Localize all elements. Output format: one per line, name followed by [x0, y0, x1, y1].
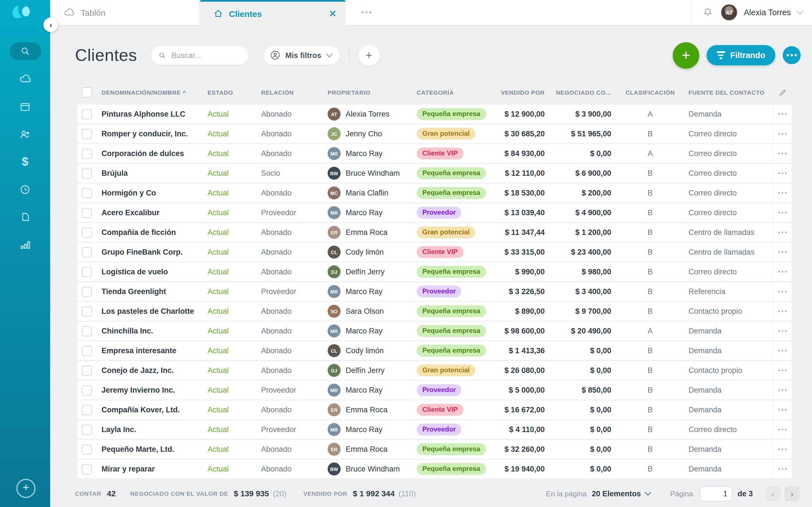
row-menu-button[interactable]: [778, 113, 786, 115]
row-menu-button[interactable]: [778, 291, 786, 292]
client-name[interactable]: Grupo FineBank Corp.: [101, 248, 207, 256]
client-name[interactable]: Logística de vuelo: [101, 268, 207, 276]
client-name[interactable]: Pinturas Alphonse LLC: [101, 110, 207, 118]
client-name[interactable]: Jeremy Invierno Inc.: [101, 386, 207, 394]
row-checkbox[interactable]: [82, 405, 92, 415]
per-page-select[interactable]: 20 Elementos: [592, 489, 641, 498]
page-number-input[interactable]: [700, 486, 732, 501]
row-menu-button[interactable]: [778, 468, 786, 470]
column-header-estado[interactable]: ESTADO: [207, 89, 261, 96]
user-avatar[interactable]: AT: [721, 4, 738, 21]
row-menu-button[interactable]: [778, 212, 786, 214]
client-name[interactable]: Chinchilla Inc.: [101, 327, 207, 335]
client-name[interactable]: Corporación de dulces: [101, 149, 207, 158]
sidebar-item-reports[interactable]: [9, 235, 41, 253]
row-menu-button[interactable]: [778, 409, 786, 411]
row-menu-button[interactable]: [778, 370, 786, 371]
row-checkbox[interactable]: [82, 247, 92, 257]
row-menu-button[interactable]: [778, 448, 786, 450]
edit-columns-pencil-icon[interactable]: [777, 88, 787, 97]
client-name[interactable]: Tienda Greenlight: [101, 287, 207, 296]
row-checkbox[interactable]: [82, 168, 92, 178]
row-menu-button[interactable]: [778, 192, 786, 194]
sidebar-item-documents[interactable]: [9, 208, 41, 226]
client-name[interactable]: Los pasteles de Charlotte: [101, 307, 207, 316]
column-header-categoria[interactable]: CATEGORÍA: [417, 89, 496, 96]
people-icon: [18, 128, 32, 140]
tab-clientes[interactable]: Clientes: [200, 0, 346, 25]
row-checkbox[interactable]: [82, 346, 92, 356]
select-all-checkbox[interactable]: [82, 87, 92, 98]
column-header-propietario[interactable]: PROPIETARIO: [327, 89, 417, 96]
sidebar-add-button[interactable]: +: [16, 479, 36, 498]
client-name[interactable]: Hormigón y Co: [101, 189, 207, 197]
row-checkbox[interactable]: [82, 385, 92, 395]
column-header-negociado[interactable]: NEGOCIADO CO...: [552, 89, 618, 96]
row-checkbox[interactable]: [82, 109, 92, 119]
my-filters-button[interactable]: Mis filtros: [264, 46, 340, 64]
row-checkbox[interactable]: [82, 208, 92, 218]
more-actions-button[interactable]: [783, 46, 801, 64]
notifications-bell-icon[interactable]: [702, 7, 713, 18]
tab-dashboard[interactable]: Tablón: [50, 0, 200, 25]
chevron-down-icon[interactable]: [797, 8, 803, 15]
column-header-relacion[interactable]: RELACIÓN: [261, 89, 327, 96]
client-name[interactable]: Layla Inc.: [101, 425, 207, 434]
add-record-button[interactable]: +: [673, 42, 699, 68]
sidebar-item-search[interactable]: [9, 42, 41, 60]
row-checkbox[interactable]: [82, 267, 92, 277]
column-header-name[interactable]: DENOMINACIÓN/NOMBRE ^: [101, 89, 207, 96]
chevron-down-icon[interactable]: [645, 489, 651, 496]
row-menu-button[interactable]: [778, 133, 786, 135]
estado-value: Actual: [207, 110, 261, 118]
row-menu-button[interactable]: [778, 350, 786, 351]
client-name[interactable]: Pequeño Marte, Ltd.: [101, 445, 207, 453]
client-name[interactable]: Romper y conducir, Inc.: [101, 129, 207, 138]
tab-overflow-button[interactable]: [361, 11, 371, 13]
client-name[interactable]: Compañía de ficción: [101, 228, 207, 237]
client-name[interactable]: Conejo de Jazz, Inc.: [101, 366, 207, 375]
sidebar-item-calendar[interactable]: [9, 98, 41, 115]
filtering-button[interactable]: Filtrando: [707, 45, 775, 65]
client-name[interactable]: Brújula: [101, 169, 207, 177]
next-page-button[interactable]: ›: [784, 486, 800, 501]
row-checkbox[interactable]: [82, 227, 92, 237]
row-checkbox[interactable]: [82, 188, 92, 198]
column-header-clasificacion[interactable]: CLASIFICACIÓN: [618, 89, 682, 96]
row-menu-button[interactable]: [778, 429, 786, 431]
sidebar-item-sales[interactable]: $: [9, 153, 41, 171]
sidebar-item-contacts[interactable]: [9, 125, 41, 143]
sidebar-item-history[interactable]: [9, 180, 41, 198]
row-checkbox[interactable]: [82, 464, 92, 474]
row-menu-button[interactable]: [778, 231, 786, 233]
row-checkbox[interactable]: [82, 365, 92, 376]
client-name[interactable]: Compañía Kover, Ltd.: [101, 406, 207, 414]
row-checkbox[interactable]: [82, 286, 92, 297]
negotiated-value: $ 139 935: [234, 489, 269, 498]
row-checkbox[interactable]: [82, 425, 92, 435]
row-menu-button[interactable]: [778, 330, 786, 332]
client-name[interactable]: Mirar y reparar: [101, 465, 207, 473]
column-header-fuente[interactable]: FUENTE DEL CONTACTO: [682, 89, 772, 96]
row-checkbox[interactable]: [82, 326, 92, 336]
user-name[interactable]: Alexia Torres: [744, 8, 791, 17]
row-checkbox[interactable]: [82, 149, 92, 159]
column-header-vendido[interactable]: VENDIDO POR: [496, 89, 552, 96]
sidebar-item-dashboard[interactable]: [9, 70, 41, 88]
row-menu-button[interactable]: [778, 271, 786, 273]
row-menu-button[interactable]: [778, 153, 786, 154]
row-menu-button[interactable]: [778, 311, 786, 312]
row-menu-button[interactable]: [778, 389, 786, 391]
add-view-button[interactable]: +: [359, 45, 379, 66]
close-tab-icon[interactable]: [327, 8, 338, 18]
sidebar-expand-handle[interactable]: ›: [43, 17, 58, 32]
search-input[interactable]: [170, 50, 240, 60]
prev-page-button[interactable]: ‹: [765, 486, 780, 501]
client-name[interactable]: Empresa interesante: [101, 346, 207, 355]
row-checkbox[interactable]: [82, 306, 92, 316]
row-checkbox[interactable]: [82, 129, 92, 139]
row-menu-button[interactable]: [778, 172, 786, 174]
row-menu-button[interactable]: [778, 251, 786, 253]
row-checkbox[interactable]: [82, 444, 92, 454]
client-name[interactable]: Acero Excalibur: [101, 209, 207, 217]
